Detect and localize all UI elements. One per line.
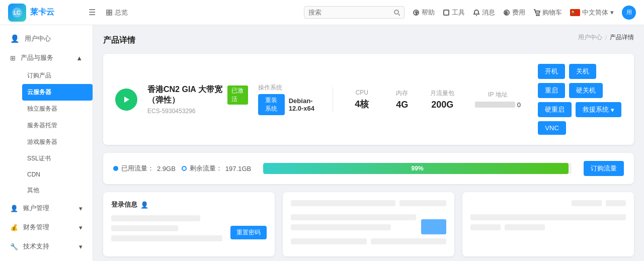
sidebar-item-cloud-server[interactable]: 云服务器 xyxy=(22,84,93,101)
sidebar-item-dedicated-server[interactable]: 独立服务器 xyxy=(22,101,93,117)
ip-suffix: 0 xyxy=(517,101,521,109)
rescue-button[interactable]: 救援系统 ▾ xyxy=(576,102,621,117)
login-info-row-3 xyxy=(111,235,222,241)
boot-button[interactable]: 开机 xyxy=(538,64,565,79)
force-shutdown-button[interactable]: 硬关机 xyxy=(569,83,603,98)
sidebar-item-buy-product[interactable]: 订购产品 xyxy=(22,67,93,84)
chevron-down-icon: ▾ xyxy=(79,224,83,231)
buy-traffic-button[interactable]: 订购流量 xyxy=(584,161,624,176)
svg-text:LC: LC xyxy=(14,10,20,16)
cpu-value: 4核 xyxy=(355,98,369,110)
flow-info-row: 已用流量： 2.9GB 剩余流量： 197.1GB 99% 订购流量 xyxy=(113,161,624,176)
vnc-button[interactable]: VNC xyxy=(538,121,566,135)
remain-value: 197.1GB xyxy=(225,165,251,172)
fees-nav[interactable]: $ 费用 xyxy=(503,8,525,17)
right-row-4 xyxy=(470,224,501,230)
force-reboot-button[interactable]: 硬重启 xyxy=(538,102,572,117)
traffic-bar: 99% xyxy=(263,163,572,174)
traffic-percent: 99% xyxy=(412,165,424,172)
login-info-row-2 xyxy=(111,225,178,231)
right-info-card xyxy=(462,192,634,256)
middle-row-4 xyxy=(291,224,391,230)
logo-text: 莱卡云 xyxy=(30,7,54,18)
flow-label: 月流量包 xyxy=(430,89,454,98)
product-detail-card: 香港CN2 GIA 大带宽（弹性） 已激活 ECS-5930453296 操作系… xyxy=(103,54,634,145)
svg-point-15 xyxy=(538,15,539,16)
sidebar-item-managed-server[interactable]: 服务器托管 xyxy=(22,117,93,134)
right-row-1 xyxy=(572,200,602,206)
used-dot xyxy=(113,166,118,171)
breadcrumb: 用户中心 / 产品详情 xyxy=(578,33,634,42)
middle-card-row2 xyxy=(399,200,446,206)
sidebar-item-cdn[interactable]: CDN xyxy=(22,167,93,182)
mem-label: 内存 xyxy=(396,89,408,98)
svg-rect-10 xyxy=(444,10,449,15)
cpu-label: CPU xyxy=(356,89,368,96)
chevron-up-icon: ▲ xyxy=(76,54,83,62)
right-row-5 xyxy=(505,224,545,230)
sidebar-item-account-mgmt[interactable]: 👤 账户管理 ▾ xyxy=(0,199,93,218)
reboot-button[interactable]: 重启 xyxy=(538,83,565,98)
remain-label: 剩余流量： xyxy=(190,164,222,173)
sidebar-item-finance-mgmt[interactable]: 💰 财务管理 ▾ xyxy=(0,218,93,237)
page-title: 产品详情 xyxy=(103,35,135,46)
middle-row-3 xyxy=(291,214,416,220)
status-badge: 已激活 xyxy=(227,85,248,105)
middle-row-5 xyxy=(291,238,367,244)
breadcrumb-sep: / xyxy=(605,34,607,41)
svg-marker-16 xyxy=(124,97,129,103)
cart-nav[interactable]: 购物车 xyxy=(533,8,562,17)
chevron-down-icon: ▾ xyxy=(79,243,83,250)
sidebar-item-game-server[interactable]: 游戏服务器 xyxy=(22,134,93,150)
lang-selector[interactable]: ★ 中文简体 ▾ xyxy=(570,8,614,17)
login-info-title: 登录信息 👤 xyxy=(111,200,267,209)
os-area: 操作系统 重装系统 Debian-12.0-x64 xyxy=(258,83,318,115)
tools-nav[interactable]: 工具 xyxy=(443,8,465,17)
logo: LC 莱卡云 xyxy=(8,4,78,22)
product-id: ECS-5930453296 xyxy=(147,108,248,115)
content-area: 产品详情 用户中心 / 产品详情 香港CN2 GIA 大带宽（弹性） 已激活 xyxy=(93,25,644,261)
reset-password-button[interactable]: 重置密码 xyxy=(230,226,267,239)
reinstall-button[interactable]: 重装系统 xyxy=(258,94,285,115)
product-name-area: 香港CN2 GIA 大带宽（弹性） 已激活 ECS-5930453296 xyxy=(147,84,248,115)
sidebar-item-products-services[interactable]: ⊞ 产品与服务 ▲ xyxy=(0,48,93,67)
chevron-down-icon: ▾ xyxy=(79,205,83,212)
person-icon: 👤 xyxy=(140,201,148,209)
flow-spec: 月流量包 200G xyxy=(427,89,457,110)
search-input[interactable] xyxy=(308,9,390,16)
play-button[interactable] xyxy=(115,89,137,111)
user-icon: 👤 xyxy=(10,34,20,43)
sidebar-item-tech-support[interactable]: 🔧 技术支持 ▾ xyxy=(0,237,93,256)
svg-point-6 xyxy=(394,10,398,14)
blue-block-icon xyxy=(421,219,446,234)
notify-nav[interactable]: 消息 xyxy=(473,8,495,17)
sidebar-item-user-center[interactable]: 👤 用户中心 xyxy=(0,29,93,48)
logo-icon: LC xyxy=(8,4,26,22)
traffic-section: 已用流量： 2.9GB 剩余流量： 197.1GB 99% 订购流量 xyxy=(103,153,634,184)
search-box[interactable] xyxy=(304,6,405,19)
menu-toggle-icon[interactable]: ☰ xyxy=(89,8,96,17)
right-row-3 xyxy=(470,214,626,220)
topnav: LC 莱卡云 ☰ 总览 ? 帮助 工具 消息 $ 费用 购 xyxy=(0,0,644,25)
login-info-row-1 xyxy=(111,215,200,221)
svg-line-7 xyxy=(398,14,400,16)
product-info-row: 香港CN2 GIA 大带宽（弹性） 已激活 ECS-5930453296 操作系… xyxy=(115,64,622,135)
svg-point-14 xyxy=(536,15,537,16)
cpu-spec: CPU 4核 xyxy=(347,89,377,110)
help-nav[interactable]: ? 帮助 xyxy=(413,8,435,17)
sidebar-products-submenu: 订购产品 云服务器 独立服务器 服务器托管 游戏服务器 SSL证书 CDN 其他 xyxy=(0,67,93,199)
svg-rect-4 xyxy=(107,13,109,15)
sidebar-item-other[interactable]: 其他 xyxy=(22,182,93,199)
remain-dot xyxy=(182,166,187,171)
flow-value: 200G xyxy=(431,100,453,110)
action-buttons: 开机 关机 重启 硬关机 硬重启 救援系统 ▾ VNC xyxy=(538,64,622,135)
shutdown-button[interactable]: 关机 xyxy=(569,64,596,79)
sidebar-item-ssl[interactable]: SSL证书 xyxy=(22,150,93,167)
grid-icon: ⊞ xyxy=(10,54,16,62)
avatar[interactable]: 用 xyxy=(622,6,636,20)
svg-text:?: ? xyxy=(415,11,418,16)
flag-cn-icon: ★ xyxy=(570,9,580,16)
svg-rect-2 xyxy=(107,10,109,12)
ip-value-blurred xyxy=(475,102,515,108)
overview-nav[interactable]: 总览 xyxy=(106,8,128,17)
